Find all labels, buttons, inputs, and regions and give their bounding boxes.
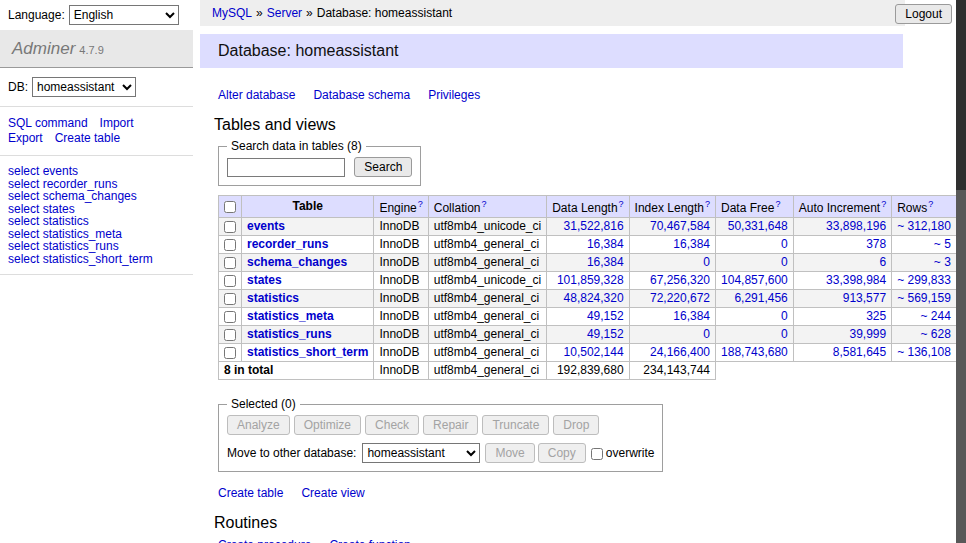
search-button[interactable]: Search (354, 157, 412, 177)
table-link-statistics_runs[interactable]: statistics_runs (247, 327, 332, 341)
menu-link-import[interactable]: Import (100, 116, 134, 130)
help-icon[interactable]: ? (481, 199, 486, 209)
sidebar-item-select-statistics[interactable]: select statistics (8, 215, 185, 228)
auto-increment-link-states[interactable]: 33,398,984 (826, 273, 886, 287)
data-length-link-events[interactable]: 31,522,816 (564, 219, 624, 233)
move-db-select[interactable]: homeassistant (362, 443, 480, 463)
index-length-link-states[interactable]: 67,256,320 (650, 273, 710, 287)
data-length-link-statistics_runs[interactable]: 49,152 (587, 327, 624, 341)
rows-link-statistics[interactable]: ~ 569,159 (897, 291, 951, 305)
sidebar-item-select-schema-changes[interactable]: select schema_changes (8, 190, 185, 203)
data-free-link-recorder_runs[interactable]: 0 (781, 237, 788, 251)
row-checkbox-recorder_runs[interactable] (224, 239, 236, 251)
search-input[interactable] (227, 158, 345, 177)
scrollbar[interactable] (956, 0, 966, 543)
auto-increment-link-statistics_runs[interactable]: 39,999 (849, 327, 886, 341)
link-create-view[interactable]: Create view (301, 486, 364, 500)
row-checkbox-statistics_meta[interactable] (224, 311, 236, 323)
truncate-button[interactable]: Truncate (482, 415, 549, 435)
table-link-recorder_runs[interactable]: recorder_runs (247, 237, 328, 251)
help-icon[interactable]: ? (705, 199, 710, 209)
rows-link-events[interactable]: ~ 312,180 (897, 219, 951, 233)
index-length-link-statistics[interactable]: 72,220,672 (650, 291, 710, 305)
select-all-checkbox[interactable] (224, 201, 236, 213)
rows-link-recorder_runs[interactable]: ~ 5 (934, 237, 951, 251)
table-link-statistics[interactable]: statistics (247, 291, 299, 305)
rows-link-statistics_short_term[interactable]: ~ 136,108 (897, 345, 951, 359)
language-select[interactable]: English (69, 5, 179, 25)
index-length-link-statistics_meta[interactable]: 16,384 (673, 309, 710, 323)
help-icon[interactable]: ? (928, 199, 933, 209)
table-link-schema_changes[interactable]: schema_changes (247, 255, 347, 269)
scrollbar-thumb[interactable] (956, 0, 966, 190)
copy-button[interactable]: Copy (538, 443, 586, 463)
data-free-link-statistics_meta[interactable]: 0 (781, 309, 788, 323)
move-button[interactable]: Move (485, 443, 534, 463)
data-free-link-events[interactable]: 50,331,648 (728, 219, 788, 233)
data-length-link-schema_changes[interactable]: 16,384 (587, 255, 624, 269)
row-checkbox-statistics_short_term[interactable] (224, 347, 236, 359)
menu-link-create-table[interactable]: Create table (55, 131, 120, 145)
rows-link-statistics_runs[interactable]: ~ 628 (921, 327, 951, 341)
auto-increment-link-statistics_short_term[interactable]: 8,581,645 (833, 345, 886, 359)
auto-increment-link-recorder_runs[interactable]: 378 (866, 237, 886, 251)
rows-link-states[interactable]: ~ 299,833 (897, 273, 951, 287)
help-icon[interactable]: ? (418, 199, 423, 209)
db-select[interactable]: homeassistant (32, 77, 136, 97)
link-create-function[interactable]: Create function (329, 538, 410, 543)
row-checkbox-events[interactable] (224, 221, 236, 233)
breadcrumb-link-mysql[interactable]: MySQL (212, 6, 252, 20)
auto-increment-link-events[interactable]: 33,898,196 (826, 219, 886, 233)
overwrite-checkbox[interactable] (591, 448, 603, 460)
data-length-link-statistics_short_term[interactable]: 10,502,144 (564, 345, 624, 359)
repair-button[interactable]: Repair (423, 415, 478, 435)
overwrite-label[interactable]: overwrite (606, 446, 655, 460)
drop-button[interactable]: Drop (553, 415, 599, 435)
index-length-link-events[interactable]: 70,467,584 (650, 219, 710, 233)
link-create-procedure[interactable]: Create procedure (218, 538, 311, 543)
analyze-button[interactable]: Analyze (227, 415, 290, 435)
row-checkbox-statistics_runs[interactable] (224, 329, 236, 341)
link-create-table[interactable]: Create table (218, 486, 283, 500)
action-database-schema[interactable]: Database schema (313, 88, 410, 102)
data-free-link-schema_changes[interactable]: 0 (781, 255, 788, 269)
data-free-link-states[interactable]: 104,857,600 (721, 273, 788, 287)
menu-link-sql-command[interactable]: SQL command (8, 116, 88, 130)
menu-link-export[interactable]: Export (8, 131, 43, 145)
optimize-button[interactable]: Optimize (294, 415, 361, 435)
row-checkbox-schema_changes[interactable] (224, 257, 236, 269)
sidebar-item-select-statistics-short-term[interactable]: select statistics_short_term (8, 253, 185, 266)
breadcrumb-link-server[interactable]: Server (267, 6, 302, 20)
data-length-link-statistics_meta[interactable]: 49,152 (587, 309, 624, 323)
data-length-link-recorder_runs[interactable]: 16,384 (587, 237, 624, 251)
table-link-statistics_meta[interactable]: statistics_meta (247, 309, 334, 323)
auto-increment-link-schema_changes[interactable]: 6 (879, 255, 886, 269)
help-icon[interactable]: ? (881, 199, 886, 209)
row-checkbox-statistics[interactable] (224, 293, 236, 305)
table-link-states[interactable]: states (247, 273, 282, 287)
action-privileges[interactable]: Privileges (428, 88, 480, 102)
data-free-link-statistics_runs[interactable]: 0 (781, 327, 788, 341)
adminer-logo[interactable]: Adminer (12, 39, 75, 58)
help-icon[interactable]: ? (619, 199, 624, 209)
index-length-link-statistics_short_term[interactable]: 24,166,400 (650, 345, 710, 359)
sidebar-item-select-events[interactable]: select events (8, 165, 185, 178)
row-checkbox-states[interactable] (224, 275, 236, 287)
data-free-link-statistics_short_term[interactable]: 188,743,680 (721, 345, 788, 359)
auto-increment-link-statistics_meta[interactable]: 325 (866, 309, 886, 323)
index-length-link-recorder_runs[interactable]: 16,384 (673, 237, 710, 251)
rows-link-schema_changes[interactable]: ~ 3 (934, 255, 951, 269)
table-link-events[interactable]: events (247, 219, 285, 233)
auto-increment-link-statistics[interactable]: 913,577 (843, 291, 886, 305)
data-length-link-states[interactable]: 101,859,328 (557, 273, 624, 287)
index-length-link-schema_changes[interactable]: 0 (703, 255, 710, 269)
data-length-link-statistics[interactable]: 48,824,320 (564, 291, 624, 305)
table-link-statistics_short_term[interactable]: statistics_short_term (247, 345, 368, 359)
data-free-link-statistics[interactable]: 6,291,456 (734, 291, 787, 305)
sidebar-item-select-statistics-runs[interactable]: select statistics_runs (8, 240, 185, 253)
action-alter-database[interactable]: Alter database (218, 88, 295, 102)
rows-link-statistics_meta[interactable]: ~ 244 (921, 309, 951, 323)
index-length-link-statistics_runs[interactable]: 0 (703, 327, 710, 341)
logout-button[interactable]: Logout (895, 4, 952, 24)
check-button[interactable]: Check (365, 415, 419, 435)
